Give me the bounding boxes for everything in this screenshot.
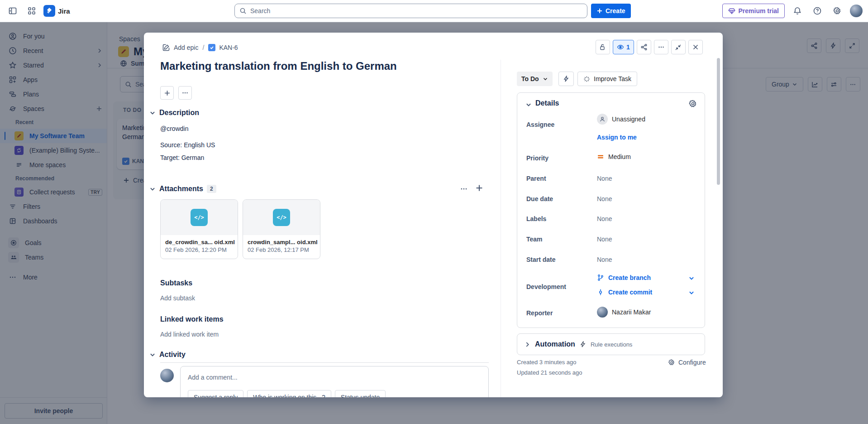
chevron-down-icon[interactable] (149, 352, 156, 358)
task-type-icon (208, 44, 215, 51)
create-button[interactable]: Create (591, 4, 631, 18)
attachment-card[interactable]: </> de_crowdin_sa... oid.xml 02 Feb 2026… (160, 199, 238, 259)
gear-icon (668, 359, 675, 366)
watch-count: 1 (626, 43, 630, 51)
sidebar-collapse-icon[interactable] (5, 4, 20, 18)
description-target: Target: German (160, 154, 204, 161)
issue-key-link[interactable]: KAN-6 (208, 44, 238, 51)
automation-bolt-button[interactable] (558, 72, 574, 86)
configure-button[interactable]: Configure (668, 359, 706, 366)
top-navigation-bar: Jira Search Create Premium trial (0, 0, 868, 22)
attachment-date: 02 Feb 2026, 12:17 PM (243, 246, 320, 253)
bolt-icon (580, 341, 586, 347)
attachment-date: 02 Feb 2026, 12:20 PM (161, 246, 238, 253)
quick-reply-status-button[interactable]: Status update (335, 390, 386, 397)
details-panel: Details Assignee Unassigned Assign to me… (517, 92, 705, 328)
parent-label: Parent (526, 175, 546, 182)
priority-value[interactable]: Medium (597, 153, 631, 160)
attachment-filename: de_crowdin_sa... oid.xml (161, 235, 238, 246)
priority-label: Priority (526, 154, 548, 162)
improve-task-button[interactable]: Improve Task (577, 72, 637, 86)
attachment-thumbnail: </> (243, 200, 320, 235)
updated-timestamp: Updated 21 seconds ago (517, 369, 582, 376)
help-icon[interactable] (810, 4, 825, 18)
create-branch-link[interactable]: Create branch (597, 274, 651, 281)
app-switcher-icon[interactable] (24, 4, 39, 18)
lock-icon[interactable] (596, 40, 610, 54)
priority-medium-icon (597, 153, 604, 160)
assignee-value[interactable]: Unassigned (597, 114, 645, 125)
branch-chevron-icon[interactable] (688, 275, 695, 281)
user-avatar[interactable] (850, 5, 863, 17)
collapse-modal-icon[interactable] (671, 40, 686, 54)
breadcrumb-separator: / (202, 44, 204, 51)
issue-title[interactable]: Marketing translation from English to Ge… (160, 60, 495, 72)
reporter-value[interactable]: Nazarii Makar (597, 307, 651, 318)
created-timestamp: Created 3 minutes ago (517, 359, 577, 366)
more-actions-icon[interactable] (654, 40, 668, 54)
attachments-add-icon[interactable] (475, 184, 483, 192)
description-heading: Description (159, 109, 199, 117)
notifications-bell-icon[interactable] (790, 4, 805, 18)
details-settings-gear-icon[interactable] (688, 99, 697, 108)
add-content-button[interactable] (160, 86, 174, 100)
attachment-filename: crowdin_sampl... oid.xml (243, 235, 320, 246)
start-date-value[interactable]: None (597, 256, 612, 263)
attachments-heading: Attachments (159, 185, 203, 193)
add-epic-button[interactable]: Add epic (162, 43, 198, 52)
attachment-card[interactable]: </> crowdin_sampl... oid.xml 02 Feb 2026… (243, 199, 320, 259)
due-date-value[interactable]: None (597, 195, 612, 202)
description-source: Source: English US (160, 141, 215, 149)
chevron-down-icon[interactable] (149, 110, 156, 116)
automation-heading: Automation (535, 340, 575, 348)
team-label: Team (526, 236, 543, 243)
add-subtask-button[interactable]: Add subtask (160, 294, 195, 302)
diamond-icon (728, 7, 735, 14)
linked-items-heading: Linked work items (160, 315, 224, 323)
premium-trial-button[interactable]: Premium trial (722, 4, 785, 18)
global-search-input[interactable]: Search (234, 4, 587, 18)
assignee-label: Assignee (526, 121, 554, 128)
quick-reply-who-button[interactable]: Who is working on this...? (247, 390, 331, 397)
assign-to-me-link[interactable]: Assign to me (597, 134, 637, 141)
attachments-more-icon[interactable] (460, 185, 468, 193)
add-linked-item-button[interactable]: Add linked work item (160, 331, 219, 338)
title-more-options-icon[interactable] (178, 86, 192, 100)
reporter-avatar (597, 307, 608, 318)
status-dropdown[interactable]: To Do (517, 72, 553, 86)
commit-icon (597, 289, 604, 296)
due-date-label: Due date (526, 195, 553, 202)
chevron-down-icon[interactable] (525, 101, 532, 108)
chevron-down-icon (543, 76, 548, 82)
labels-value[interactable]: None (597, 215, 612, 222)
jira-logo-text: Jira (58, 7, 70, 15)
jira-home-link[interactable]: Jira (43, 5, 70, 17)
xml-file-icon: </> (191, 209, 208, 226)
comment-input[interactable]: Add a comment... Suggest a reply Who is … (180, 366, 489, 397)
create-commit-link[interactable]: Create commit (597, 289, 652, 296)
share-icon[interactable] (637, 40, 651, 54)
plus-icon (596, 8, 603, 14)
global-search-placeholder: Search (250, 7, 270, 14)
commit-chevron-icon[interactable] (688, 289, 695, 296)
comment-avatar (160, 369, 174, 382)
team-value[interactable]: None (597, 236, 612, 243)
attachments-count-badge: 2 (207, 185, 216, 193)
watchers-button[interactable]: 1 (613, 40, 634, 54)
comment-placeholder: Add a comment... (188, 374, 238, 381)
eye-icon (617, 43, 624, 51)
details-heading: Details (535, 99, 559, 107)
parent-value[interactable]: None (597, 175, 612, 182)
quick-reply-suggest-button[interactable]: Suggest a reply (188, 390, 243, 397)
issue-detail-modal: Add epic / KAN-6 1 Marketing translatio (144, 33, 723, 397)
jira-logo-icon (43, 5, 55, 17)
activity-divider (160, 362, 489, 363)
automation-panel[interactable]: Automation Rule executions (517, 333, 705, 355)
modal-scrollbar[interactable] (717, 58, 720, 185)
settings-gear-icon[interactable] (830, 4, 844, 18)
chevron-down-icon[interactable] (149, 186, 156, 192)
development-label: Development (526, 283, 566, 290)
plus-icon (164, 90, 171, 96)
close-icon[interactable] (688, 40, 703, 54)
description-mention[interactable]: @crowdin (160, 125, 188, 132)
